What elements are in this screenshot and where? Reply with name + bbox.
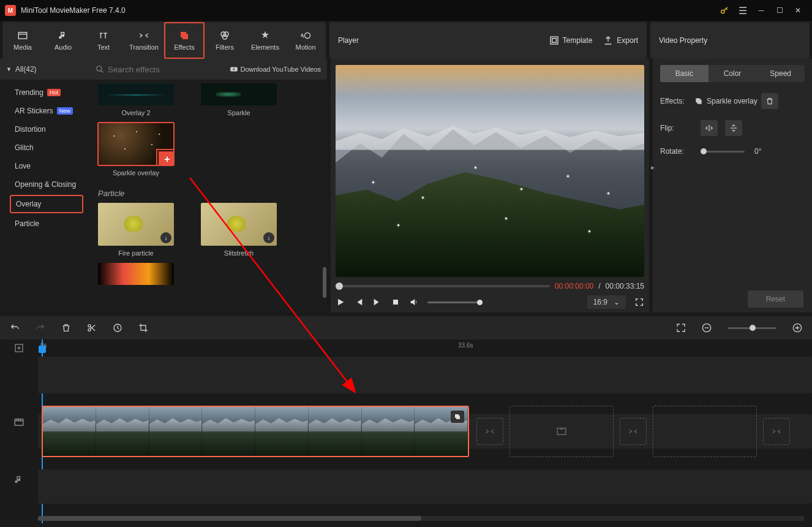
scrub-bar[interactable] <box>336 285 550 287</box>
add-track-icon[interactable] <box>14 343 24 353</box>
category-distortion[interactable]: Distortion <box>0 120 89 138</box>
main-toolbar: Media Audio Text Transition Effects Filt… <box>2 22 326 59</box>
download-icon[interactable]: ↓ <box>263 232 274 243</box>
close-button[interactable]: ✕ <box>789 1 807 20</box>
player-panel: 00:00:00:00 / 00:00:33:15 16:9⌄ <box>331 59 649 313</box>
elements-tab[interactable]: Elements <box>245 22 285 59</box>
rotate-value: 0° <box>754 147 761 156</box>
effect-slitstretch[interactable]: ↓Slitstretch <box>201 203 277 257</box>
tab-speed[interactable]: Speed <box>756 65 805 82</box>
flip-vertical-button[interactable] <box>725 120 742 136</box>
svg-rect-7 <box>551 37 558 44</box>
video-clip[interactable] <box>42 406 469 457</box>
effect-sparkle-overlay[interactable]: + Sparkle overlay <box>98 123 174 176</box>
media-tab[interactable]: Media <box>2 22 43 59</box>
transition-slot[interactable] <box>763 418 790 445</box>
empty-clip-slot[interactable] <box>509 406 614 457</box>
app-logo: M <box>5 5 16 16</box>
title-bar: M MiniTool MovieMaker Free 7.4.0 ☰ ─ ☐ ✕ <box>0 0 812 21</box>
player-title: Player <box>338 36 359 45</box>
category-overlay[interactable]: Overlay <box>10 195 83 213</box>
speed-button[interactable] <box>113 323 122 333</box>
download-icon[interactable]: ↓ <box>160 232 171 243</box>
category-ar-stickers[interactable]: AR StickersNew <box>0 102 89 120</box>
svg-point-5 <box>222 35 227 40</box>
timeline-ruler[interactable]: 0s 33.6s <box>38 339 812 357</box>
category-trending[interactable]: TrendingHot <box>0 83 89 102</box>
delete-effect-button[interactable] <box>761 93 778 109</box>
timeline-toolbar <box>0 316 812 339</box>
effects-scrollbar[interactable] <box>323 267 326 298</box>
fullscreen-button[interactable] <box>634 297 644 307</box>
filters-tab[interactable]: Filters <box>205 22 245 59</box>
property-tabs: Basic Color Speed <box>660 65 805 82</box>
collapse-panel-icon[interactable]: ▸ <box>651 163 655 172</box>
audio-tab[interactable]: Audio <box>43 22 83 59</box>
volume-icon[interactable] <box>409 297 419 307</box>
split-button[interactable] <box>87 323 97 333</box>
delete-button[interactable] <box>61 323 71 333</box>
video-track-icon <box>13 417 24 428</box>
svg-rect-11 <box>393 300 398 305</box>
export-button[interactable]: Export <box>603 36 638 45</box>
property-header: Video Property <box>650 22 810 59</box>
category-particle[interactable]: Particle <box>0 214 89 233</box>
property-title: Video Property <box>659 36 707 45</box>
audio-track[interactable] <box>38 469 812 504</box>
category-glitch[interactable]: Glitch <box>0 138 89 157</box>
transition-slot[interactable] <box>476 418 503 445</box>
hamburger-menu-icon[interactable]: ☰ <box>734 1 752 20</box>
reset-button[interactable]: Reset <box>748 290 803 308</box>
timeline: 0s 33.6s <box>0 339 812 523</box>
transition-slot[interactable] <box>620 418 647 445</box>
next-frame-button[interactable] <box>372 297 382 307</box>
svg-rect-13 <box>697 100 702 104</box>
text-tab[interactable]: Text <box>83 22 124 59</box>
video-preview[interactable] <box>336 65 644 277</box>
effect-overlay-2[interactable]: Overlay 2 <box>98 83 174 116</box>
license-key-icon[interactable] <box>715 1 734 20</box>
text-track[interactable] <box>38 357 812 393</box>
motion-tab[interactable]: Motion <box>285 22 326 59</box>
zoom-out-button[interactable] <box>702 323 712 333</box>
download-youtube-button[interactable]: Download YouTube Videos <box>230 65 321 74</box>
play-button[interactable] <box>336 297 345 307</box>
search-bar: Download YouTube Videos <box>89 59 327 80</box>
property-panel: ▸ Basic Color Speed Effects: Sparkle ove… <box>653 59 812 313</box>
duration: 00:00:33:15 <box>606 282 644 290</box>
svg-rect-8 <box>552 39 556 43</box>
rotate-label: Rotate: <box>660 147 694 156</box>
effect-sparkle[interactable]: Sparkle <box>201 83 277 116</box>
category-love[interactable]: Love <box>0 157 89 175</box>
prev-frame-button[interactable] <box>354 297 364 307</box>
search-input[interactable] <box>108 65 230 74</box>
all-category[interactable]: ▼All(42) <box>0 59 89 80</box>
effect-fire-particle[interactable]: ↓Fire particle <box>98 203 174 257</box>
template-button[interactable]: Template <box>549 36 593 45</box>
undo-button[interactable] <box>10 323 20 333</box>
maximize-button[interactable]: ☐ <box>770 1 789 20</box>
rotate-slider[interactable] <box>701 151 745 153</box>
video-track[interactable] <box>38 414 812 449</box>
zoom-in-button[interactable] <box>792 323 802 333</box>
fit-zoom-button[interactable] <box>676 323 686 333</box>
add-effect-button[interactable]: + <box>159 151 174 165</box>
tab-color[interactable]: Color <box>709 65 757 82</box>
effects-tab[interactable]: Effects <box>164 22 205 59</box>
app-title: MiniTool MovieMaker Free 7.4.0 <box>21 6 126 15</box>
svg-point-9 <box>97 66 102 71</box>
empty-clip-slot[interactable] <box>653 406 757 457</box>
aspect-ratio-select[interactable]: 16:9⌄ <box>587 295 626 309</box>
volume-slider[interactable] <box>427 301 483 303</box>
tab-basic[interactable]: Basic <box>660 65 709 82</box>
category-opening-closing[interactable]: Opening & Closing <box>0 175 89 194</box>
crop-button[interactable] <box>138 323 148 333</box>
transition-tab[interactable]: Transition <box>124 22 164 59</box>
timeline-scrollbar[interactable] <box>38 516 805 521</box>
redo-button[interactable] <box>36 323 45 333</box>
minimize-button[interactable]: ─ <box>752 1 770 20</box>
zoom-slider[interactable] <box>727 327 776 329</box>
clip-effect-badge[interactable] <box>451 411 464 423</box>
stop-button[interactable] <box>391 297 400 307</box>
flip-horizontal-button[interactable] <box>701 120 718 136</box>
